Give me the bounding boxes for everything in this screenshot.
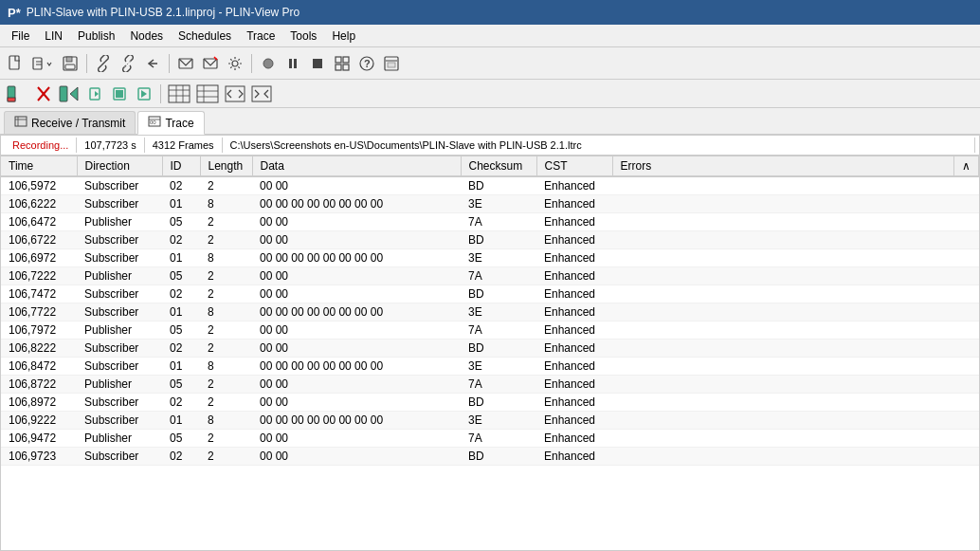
menu-tools[interactable]: Tools [282,28,324,45]
tab-rt-icon [14,116,27,130]
tb2-btn5[interactable] [108,83,131,105]
table-row[interactable]: 106,6222Subscriber01800 00 00 00 00 00 0… [1,195,979,213]
frame-count: 4312 Frames [145,138,223,153]
table-row[interactable]: 106,8472Subscriber01800 00 00 00 00 00 0… [1,358,979,376]
link-button[interactable] [92,52,115,75]
menu-help[interactable]: Help [324,28,363,45]
tab-rt-label: Receive / Transmit [31,117,125,130]
col-time: Time [1,156,77,176]
data-table-container[interactable]: Time Direction ID Length Data Checksum C… [0,156,980,551]
col-scroll-indicator: ∧ [954,156,979,176]
tb2-btn6[interactable] [133,83,155,105]
email-button[interactable] [174,52,197,75]
stop-button[interactable] [306,52,329,75]
svg-rect-46 [226,86,245,101]
table-row[interactable]: 106,8722Publisher05200 007AEnhanced [1,376,979,394]
record-button[interactable] [257,52,280,75]
settings-button[interactable] [224,52,246,75]
table-row[interactable]: 106,5972Subscriber02200 00BDEnhanced [1,176,979,195]
toolbar2 [0,80,980,108]
tb2-expand[interactable] [223,83,247,105]
status-bar: Recording... 107,7723 s 4312 Frames C:\U… [0,135,980,156]
svg-rect-24 [388,63,395,67]
pause-button[interactable] [281,52,304,75]
save-button[interactable] [59,52,82,75]
tab-bar: Receive / Transmit 00 Trace [0,108,980,135]
svg-rect-29 [60,86,67,101]
open-dropdown-button[interactable] [28,52,57,75]
svg-rect-18 [336,64,341,70]
menu-lin[interactable]: LIN [37,28,70,45]
table-row[interactable]: 106,6972Subscriber01800 00 00 00 00 00 0… [1,249,979,267]
tab-trace-icon: 00 [148,116,161,130]
menu-trace[interactable]: Trace [239,28,282,45]
table-row[interactable]: 106,8222Subscriber02200 00BDEnhanced [1,340,979,358]
sep1 [86,54,87,73]
new-button[interactable] [4,52,27,75]
main-content: Recording... 107,7723 s 4312 Frames C:\U… [0,135,980,551]
svg-marker-30 [70,87,78,101]
col-checksum: Checksum [461,156,536,176]
tb2-grid2[interactable] [194,82,221,106]
svg-rect-14 [294,59,297,68]
table-row[interactable]: 106,9222Subscriber01800 00 00 00 00 00 0… [1,412,979,430]
back-button[interactable] [141,52,164,75]
title-bar: P* PLIN-Slave with PLIN-USB 2.1.linproj … [0,0,980,25]
help-button[interactable]: ? [355,52,378,75]
menu-bar: File LIN Publish Nodes Schedules Trace T… [0,25,980,47]
tb2-btn3[interactable] [57,82,82,106]
sep2 [169,54,170,73]
svg-rect-16 [336,57,341,63]
svg-text:00: 00 [150,119,156,125]
table-row[interactable]: 106,9472Publisher05200 007AEnhanced [1,430,979,448]
email2-button[interactable] [199,52,222,75]
view-button[interactable] [331,52,354,75]
recording-time: 107,7723 s [77,138,144,153]
menu-publish[interactable]: Publish [70,28,122,45]
table-body: 106,5972Subscriber02200 00BDEnhanced106,… [1,176,979,466]
unlink-button[interactable] [117,52,139,75]
tb2-btn2[interactable] [32,82,55,106]
table-row[interactable]: 106,6472Publisher05200 007AEnhanced [1,213,979,231]
col-length: Length [200,156,252,176]
svg-rect-42 [197,85,218,102]
sep3 [251,54,252,73]
svg-marker-32 [95,91,99,97]
menu-nodes[interactable]: Nodes [122,28,171,45]
svg-rect-4 [65,64,75,69]
menu-schedules[interactable]: Schedules [171,28,239,45]
table-row[interactable]: 106,7722Subscriber01800 00 00 00 00 00 0… [1,303,979,321]
menu-file[interactable]: File [4,28,37,45]
toolbar1: ? [0,47,980,80]
svg-rect-26 [8,98,15,101]
table-row[interactable]: 106,7222Publisher05200 007AEnhanced [1,267,979,285]
svg-rect-37 [169,85,190,102]
svg-point-11 [232,61,238,66]
sep4 [160,84,161,103]
table-row[interactable]: 106,8972Subscriber02200 00BDEnhanced [1,394,979,412]
svg-rect-48 [15,117,27,126]
tb2-btn1[interactable] [4,82,30,106]
table-row[interactable]: 106,9723Subscriber02200 00BDEnhanced [1,448,979,466]
trace-table: Time Direction ID Length Data Checksum C… [1,156,979,466]
col-data: Data [252,156,461,176]
tab-receive-transmit[interactable]: Receive / Transmit [4,111,136,134]
tab-trace[interactable]: 00 Trace [137,111,204,135]
info-button[interactable] [380,52,403,75]
svg-rect-47 [252,86,271,101]
svg-rect-3 [66,57,72,62]
file-path: C:\Users\Screenshots en-US\Documents\PLI… [223,138,975,153]
tb2-collapse[interactable] [249,83,274,105]
svg-rect-1 [33,58,42,69]
svg-rect-0 [9,56,19,69]
tb2-grid1[interactable] [166,82,192,106]
col-direction: Direction [77,156,162,176]
app-icon: P* [8,6,21,20]
table-row[interactable]: 106,6722Subscriber02200 00BDEnhanced [1,231,979,249]
table-row[interactable]: 106,7472Subscriber02200 00BDEnhanced [1,285,979,303]
recording-status: Recording... [5,138,77,153]
col-cst: CST [536,156,612,176]
svg-rect-15 [313,59,322,68]
tb2-btn4[interactable] [83,83,106,105]
table-row[interactable]: 106,7972Publisher05200 007AEnhanced [1,321,979,340]
